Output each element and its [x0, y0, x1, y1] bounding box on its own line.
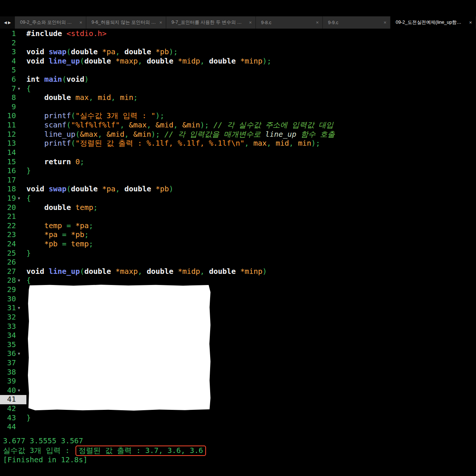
- line-number: 6: [0, 75, 16, 84]
- gutter: 34: [0, 331, 26, 340]
- code-line-27[interactable]: 27void line_up(double *maxp, double *mid…: [0, 267, 476, 276]
- tab-3[interactable]: 9-7_포인터를 사용한 두 변수의 값 교환.c×: [166, 16, 256, 29]
- tab-6[interactable]: 09-2_도전실전예제(line_up함수).c×: [390, 16, 476, 29]
- code-line-18[interactable]: 18void swap(double *pa, double *pb): [0, 185, 476, 194]
- code-line-25[interactable]: 25}: [0, 249, 476, 258]
- gutter: 1: [0, 29, 26, 39]
- tab-nav-arrows[interactable]: ◀ ▶: [0, 16, 15, 29]
- code-line-19[interactable]: 19▼{: [0, 194, 476, 203]
- tab-close-icon[interactable]: ×: [79, 20, 82, 25]
- token-call: printf: [44, 139, 71, 148]
- token-comit: line_up: [265, 130, 296, 139]
- gutter: 4: [0, 57, 26, 66]
- token-var: &mid: [155, 121, 173, 129]
- fold-spacer: [16, 313, 26, 322]
- code-line-23[interactable]: 23 *pa = *pb;: [0, 230, 476, 240]
- code-line-24[interactable]: 24 *pb = temp;: [0, 240, 476, 249]
- line-number: 32: [0, 313, 16, 322]
- line-number: 38: [0, 368, 16, 377]
- token-pun: );: [263, 57, 271, 65]
- token-pun: (: [67, 121, 71, 129]
- code-line-14[interactable]: 14: [0, 148, 476, 158]
- token-kw: double: [84, 267, 116, 276]
- code-line-10[interactable]: 10 printf("실수값 3개 입력 : ");: [0, 111, 476, 121]
- code-line-11[interactable]: 11 scanf("%lf%lf%lf", &max, &mid, &min);…: [0, 121, 476, 130]
- fold-spacer: [16, 121, 26, 130]
- code-line-6[interactable]: 6int main(void): [0, 75, 476, 84]
- code-line-7[interactable]: 7▼{: [0, 84, 476, 94]
- code-text: void swap(double *pa, double *pb);: [26, 48, 178, 57]
- token-pun: );: [169, 48, 178, 56]
- token-str: "실수값 3개 입력 : ": [75, 111, 155, 120]
- code-line-28[interactable]: 28▼{: [0, 276, 476, 285]
- token-kw: double: [147, 267, 178, 276]
- fold-arrow-icon[interactable]: ▼: [16, 386, 26, 395]
- tab-4[interactable]: 9-8.c×: [256, 16, 323, 29]
- tab-close-icon[interactable]: ×: [383, 20, 386, 25]
- fold-spacer: [16, 414, 26, 423]
- code-line-20[interactable]: 20 double temp;: [0, 203, 476, 213]
- token-var: *pb: [71, 230, 84, 239]
- code-text: printf("정렬된 값 출력 : %.1lf, %.1lf, %.1lf\n…: [26, 139, 320, 148]
- code-line-26[interactable]: 26: [0, 258, 476, 267]
- code-line-43[interactable]: 43}: [0, 414, 476, 423]
- code-line-5[interactable]: 5: [0, 66, 476, 75]
- tab-2[interactable]: 9-6_허용되지 않는 포인터의 대입.c×: [86, 16, 166, 29]
- token-var: min: [120, 93, 134, 102]
- code-line-4[interactable]: 4void line_up(double *maxp, double *midp…: [0, 57, 476, 66]
- code-editor[interactable]: 1#include <stdio.h>23void swap(double *p…: [0, 29, 476, 432]
- code-line-3[interactable]: 3void swap(double *pa, double *pb);: [0, 48, 476, 57]
- token-inc: <stdio.h>: [67, 29, 107, 38]
- tab-close-icon[interactable]: ×: [249, 20, 252, 25]
- gutter: 42: [0, 404, 26, 414]
- code-line-44[interactable]: 44: [0, 422, 476, 432]
- tab-close-icon[interactable]: ×: [316, 20, 319, 25]
- token-pun: (: [80, 267, 84, 276]
- code-text: *pa = *pb;: [26, 230, 89, 240]
- tab-1[interactable]: 09-2_주소와 포인터의 크기.c×: [15, 16, 86, 29]
- gutter: 7▼: [0, 84, 26, 94]
- code-line-22[interactable]: 22 temp = *pa;: [0, 221, 476, 231]
- token-pun: (: [71, 139, 75, 148]
- code-line-8[interactable]: 8 double max, mid, min;: [0, 93, 476, 103]
- nav-forward-icon[interactable]: ▶: [8, 20, 11, 25]
- tab-5[interactable]: 9-9.c×: [323, 16, 390, 29]
- code-line-12[interactable]: 12 line_up(&max, &mid, &min); // 각 입력값을 …: [0, 130, 476, 139]
- gutter: 30: [0, 295, 26, 304]
- fold-arrow-icon[interactable]: ▼: [16, 194, 26, 203]
- code-text: printf("실수값 3개 입력 : ");: [26, 111, 164, 121]
- line-number: 41: [0, 395, 16, 404]
- code-line-16[interactable]: 16}: [0, 166, 476, 176]
- gutter: 25: [0, 249, 26, 258]
- code-line-15[interactable]: 15 return 0;: [0, 158, 476, 167]
- tab-label: 9-7_포인터를 사용한 두 변수의 값 교환.c: [171, 19, 245, 26]
- token-fn: swap: [49, 48, 67, 56]
- token-var: &min: [182, 121, 200, 129]
- token-var: *midp: [178, 57, 200, 65]
- token-pun: );: [155, 111, 164, 120]
- token-pun: ;: [80, 158, 84, 166]
- fold-arrow-icon[interactable]: ▼: [16, 349, 26, 359]
- fold-arrow-icon[interactable]: ▼: [16, 304, 26, 313]
- fold-arrow-icon[interactable]: ▼: [16, 84, 26, 94]
- code-line-9[interactable]: 9: [0, 103, 476, 112]
- token-pun: ,: [98, 130, 107, 139]
- code-line-1[interactable]: 1#include <stdio.h>: [0, 29, 476, 39]
- tab-close-icon[interactable]: ×: [469, 20, 472, 25]
- code-line-13[interactable]: 13 printf("정렬된 값 출력 : %.1lf, %.1lf, %.1l…: [0, 139, 476, 148]
- line-number: 26: [0, 258, 16, 267]
- fold-arrow-icon[interactable]: ▼: [16, 276, 26, 285]
- token-pun: (: [71, 111, 75, 120]
- code-line-2[interactable]: 2: [0, 39, 476, 48]
- nav-back-icon[interactable]: ◀: [4, 20, 7, 25]
- token-pun: ,: [289, 139, 298, 148]
- code-line-21[interactable]: 21: [0, 212, 476, 221]
- fold-spacer: [16, 166, 26, 176]
- tab-close-icon[interactable]: ×: [159, 20, 162, 25]
- token-pun: ,: [111, 93, 120, 102]
- line-number: 2: [0, 39, 16, 48]
- code-line-17[interactable]: 17: [0, 176, 476, 185]
- token-pun: (: [67, 185, 71, 193]
- code-text: }: [26, 249, 31, 258]
- code-text: {: [26, 276, 31, 285]
